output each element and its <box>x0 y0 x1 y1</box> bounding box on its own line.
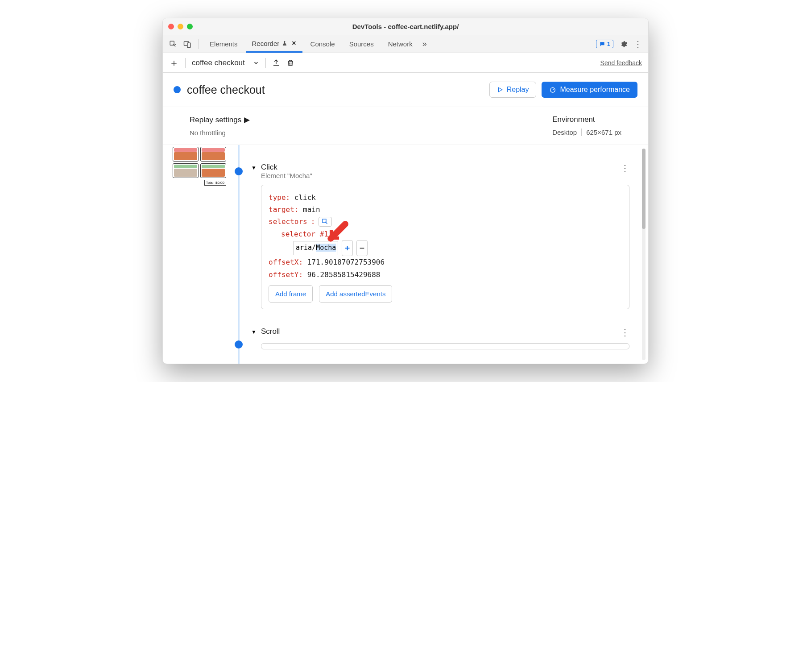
traffic-lights <box>168 24 193 29</box>
step-details: type: click target: main selectors: sele… <box>261 185 629 309</box>
titlebar: DevTools - coffee-cart.netlify.app/ <box>163 18 648 35</box>
remove-selector-button[interactable]: − <box>356 240 368 257</box>
thumbnail-total: Total: $0.00 <box>204 180 226 186</box>
recorder-toolbar: ＋ coffee checkout Send feedback <box>163 53 648 73</box>
new-recording-icon[interactable]: ＋ <box>169 56 179 70</box>
close-tab-icon[interactable]: × <box>292 39 296 47</box>
settings-section: Replay settings ▶ No throttling Environm… <box>163 107 648 145</box>
tab-sources[interactable]: Sources <box>343 35 380 53</box>
viewport-label: 625×671 px <box>586 129 621 136</box>
replay-button[interactable]: Replay <box>489 82 537 98</box>
recording-header: coffee checkout Replay Measure performan… <box>163 73 648 107</box>
throttling-label: No throttling <box>190 129 250 137</box>
gear-icon[interactable] <box>620 40 628 48</box>
add-frame-button[interactable]: Add frame <box>269 285 313 303</box>
caret-right-icon: ▶ <box>244 115 250 124</box>
device-label: Desktop <box>552 129 577 136</box>
add-asserted-events-button[interactable]: Add assertedEvents <box>319 285 392 303</box>
issues-badge[interactable]: 1 <box>596 40 613 48</box>
caret-down-icon[interactable]: ▼ <box>251 165 257 171</box>
replay-settings-toggle[interactable]: Replay settings ▶ <box>190 115 250 124</box>
inspect-icon[interactable] <box>169 40 177 48</box>
tab-elements[interactable]: Elements <box>203 35 244 53</box>
send-feedback-link[interactable]: Send feedback <box>600 59 642 66</box>
device-toggle-icon[interactable] <box>183 40 191 48</box>
timeline-dot-icon <box>235 340 243 348</box>
measure-performance-button[interactable]: Measure performance <box>542 82 637 98</box>
timeline: Total: $0.00 ▼ Click Element "Mocha" <box>163 145 648 364</box>
devtools-tabbar: Elements Recorder × Console Sources Netw… <box>163 35 648 53</box>
tab-recorder[interactable]: Recorder × <box>246 35 302 53</box>
status-dot-icon <box>174 86 181 93</box>
step-menu-icon[interactable]: ⋮ <box>621 327 629 338</box>
devtools-window: DevTools - coffee-cart.netlify.app/ Elem… <box>162 18 649 364</box>
delete-icon[interactable] <box>286 59 294 67</box>
tab-console[interactable]: Console <box>304 35 341 53</box>
flask-icon <box>282 40 287 46</box>
minimize-window-icon[interactable] <box>178 24 183 29</box>
close-window-icon[interactable] <box>168 24 174 29</box>
chevron-down-icon <box>253 60 259 66</box>
step-click: ▼ Click Element "Mocha" ⋮ type: click ta… <box>251 163 629 309</box>
issues-count: 1 <box>607 41 610 47</box>
export-icon[interactable] <box>272 59 280 67</box>
environment-heading: Environment <box>552 115 595 124</box>
step-scroll: ▼ Scroll ⋮ <box>251 327 629 349</box>
step-subtitle: Element "Mocha" <box>261 172 312 179</box>
kebab-icon[interactable]: ⋮ <box>634 40 642 48</box>
timeline-dot-icon <box>235 167 243 175</box>
maximize-window-icon[interactable] <box>187 24 193 29</box>
step-menu-icon[interactable]: ⋮ <box>621 163 629 174</box>
window-title: DevTools - coffee-cart.netlify.app/ <box>163 23 648 30</box>
step-title: Scroll <box>261 327 280 336</box>
selector-input[interactable]: aria/Mocha <box>294 241 338 255</box>
pick-selector-icon[interactable] <box>319 217 332 227</box>
svg-rect-2 <box>187 43 190 48</box>
replay-label: Replay <box>507 86 529 94</box>
scrollbar[interactable] <box>642 149 645 360</box>
page-title: coffee checkout <box>187 83 265 96</box>
tab-network[interactable]: Network <box>382 35 419 53</box>
add-selector-button[interactable]: + <box>342 240 353 257</box>
step-title: Click <box>261 163 312 172</box>
more-tabs-icon[interactable]: » <box>421 40 429 48</box>
measure-label: Measure performance <box>560 86 630 94</box>
screenshot-thumbnail: Total: $0.00 <box>173 145 226 364</box>
recording-name-label: coffee checkout <box>192 58 245 67</box>
caret-down-icon[interactable]: ▼ <box>251 329 257 335</box>
recording-selector[interactable]: coffee checkout <box>192 58 259 67</box>
